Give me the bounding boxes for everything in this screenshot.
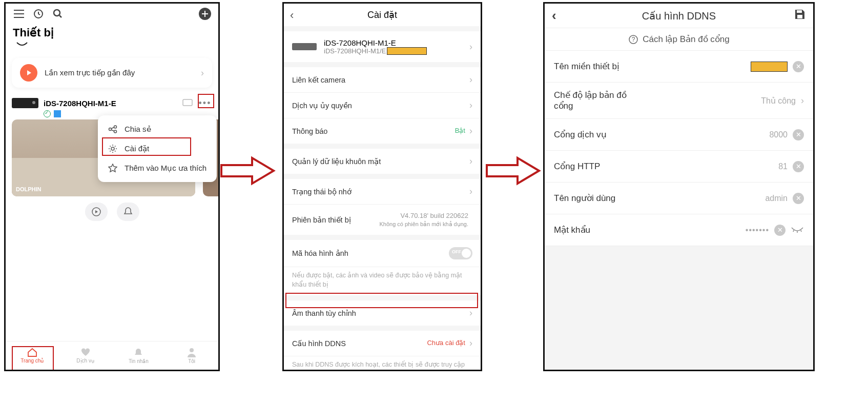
- svg-point-1: [54, 10, 60, 16]
- arrow-step1: [219, 154, 276, 188]
- chevron-right-icon: ›: [469, 186, 472, 197]
- row-face-data[interactable]: Quản lý dữ liệu khuôn mặt›: [284, 149, 481, 174]
- row-label: Thông báo: [292, 127, 455, 135]
- history-icon[interactable]: [31, 7, 46, 21]
- menu-share[interactable]: Chia sẻ: [98, 119, 217, 139]
- row-label: Dịch vụ ủy quyền: [292, 102, 469, 110]
- page-title: Thiết bị: [6, 24, 218, 39]
- tab-service[interactable]: Dịch vụ: [59, 341, 112, 370]
- help-icon: ?: [628, 34, 638, 45]
- row-value: Thủ công ›: [631, 95, 804, 106]
- ddns-note: Sau khi DDNS được kích hoạt, các thiết b…: [284, 356, 481, 370]
- device-info-row[interactable]: iDS-7208HQHI-M1-E iDS-7208HQHI-M1/E ›: [284, 31, 481, 62]
- toggle-off-label: OFF: [452, 249, 461, 254]
- chevron-right-icon: ›: [469, 100, 472, 111]
- row-label: Mật khẩu: [554, 225, 631, 235]
- svg-point-5: [109, 128, 112, 131]
- play-icon: [20, 64, 37, 82]
- nvr-icon: [12, 98, 38, 108]
- row-label: Cấu hình DDNS: [292, 339, 427, 348]
- clear-button[interactable]: ✕: [774, 225, 786, 236]
- row-delegate-service[interactable]: Dịch vụ ủy quyền›: [284, 93, 481, 118]
- save-button[interactable]: [794, 8, 806, 23]
- version-note: Không có phiên bản mới khả dụng.: [379, 220, 468, 228]
- row-mapping-mode[interactable]: Chế độ lập bản đồ cổng Thủ công ›: [545, 83, 813, 119]
- menu-favorite[interactable]: Thêm vào Mục ưa thích: [98, 158, 217, 178]
- version-value: V4.70.18' build 220622: [379, 212, 468, 220]
- smile-icon: [16, 42, 28, 47]
- row-label: Phiên bản thiết bị: [292, 216, 379, 224]
- chevron-right-icon: ›: [469, 126, 472, 136]
- service-port-value[interactable]: 8000: [769, 130, 788, 139]
- clear-button[interactable]: ✕: [793, 193, 804, 204]
- heart-icon: [80, 348, 91, 357]
- row-label: Tên miền thiết bị: [554, 61, 631, 72]
- device-sub-prefix: iDS-7208HQHI-M1/E: [324, 47, 386, 55]
- highlight-ddns-row: [285, 293, 478, 308]
- star-icon: [107, 164, 118, 173]
- row-label: Mã hóa hình ảnh: [292, 249, 449, 257]
- device-name: iDS-7208HQHI-M1-E: [44, 99, 175, 108]
- row-username: Tên người dùng admin ✕: [545, 183, 813, 214]
- back-button[interactable]: ‹: [552, 8, 556, 24]
- highlight-home-tab: [12, 346, 54, 371]
- menu-icon[interactable]: [12, 7, 26, 21]
- help-row[interactable]: ? Cách lập Bản đồ cổng: [545, 28, 813, 51]
- settings-body: iDS-7208HQHI-M1-E iDS-7208HQHI-M1/E › Li…: [284, 26, 481, 370]
- ddns-header: ‹ Cấu hình DDNS: [545, 4, 813, 28]
- row-http-port: Cổng HTTP 81 ✕: [545, 151, 813, 183]
- chevron-right-icon: ›: [469, 42, 472, 52]
- thumbnail-label: DOLPHIN: [16, 186, 42, 192]
- add-button[interactable]: [198, 7, 212, 21]
- share-icon: [107, 125, 118, 133]
- row-notify[interactable]: Thông báoBật›: [284, 118, 481, 144]
- recent-live-label: Lần xem trực tiếp gần đây: [45, 68, 194, 77]
- tab-message[interactable]: Tin nhắn: [112, 341, 166, 370]
- highlight-more-icon: [198, 94, 214, 108]
- row-ddns[interactable]: Cấu hình DDNSChưa cài đặt›: [284, 331, 481, 356]
- eye-closed-icon[interactable]: [791, 227, 804, 234]
- svg-point-6: [114, 126, 117, 128]
- clear-button[interactable]: ✕: [793, 129, 804, 140]
- chevron-right-icon: ›: [469, 308, 472, 318]
- top-bar: [6, 4, 218, 24]
- http-port-value[interactable]: 81: [778, 162, 788, 171]
- tab-me[interactable]: Tôi: [165, 341, 218, 370]
- toggle-encrypt[interactable]: OFF: [449, 247, 472, 259]
- search-icon[interactable]: [51, 7, 65, 21]
- phone-devices-screen: Thiết bị Lần xem trực tiếp gần đây › iDS…: [4, 2, 220, 371]
- row-storage[interactable]: Trạng thái bộ nhớ›: [284, 179, 481, 205]
- ddns-body: Tên miền thiết bị ✕ Chế độ lập bản đồ cổ…: [545, 51, 813, 246]
- clear-button[interactable]: ✕: [793, 61, 804, 72]
- row-label: Chế độ lập bản đồ cổng: [554, 90, 631, 111]
- row-domain: Tên miền thiết bị ✕: [545, 51, 813, 83]
- chevron-right-icon: ›: [469, 74, 472, 85]
- clear-button[interactable]: ✕: [793, 161, 804, 172]
- bell-button[interactable]: [117, 203, 139, 221]
- svg-point-9: [190, 348, 194, 352]
- svg-point-7: [114, 130, 117, 133]
- row-service-port: Cổng dịch vụ 8000 ✕: [545, 119, 813, 151]
- redacted-domain-value[interactable]: [751, 62, 788, 72]
- password-value[interactable]: •••••••: [746, 226, 769, 235]
- display-icon[interactable]: [180, 96, 195, 110]
- row-value: V4.70.18' build 220622 Không có phiên bả…: [379, 212, 468, 228]
- row-link-camera[interactable]: Liên kết camera›: [284, 67, 481, 93]
- recent-live-card[interactable]: Lần xem trực tiếp gần đây ›: [12, 58, 212, 88]
- row-password: Mật khẩu ••••••• ✕: [545, 214, 813, 246]
- bell-icon: [133, 347, 143, 357]
- settings-title: Cài đặt: [367, 9, 397, 21]
- svg-rect-3: [183, 99, 192, 106]
- status-record-icon: [54, 110, 61, 117]
- device-header-row: iDS-7208HQHI-M1-E •••: [6, 93, 218, 110]
- username-value[interactable]: admin: [765, 194, 788, 203]
- back-button[interactable]: ‹: [290, 9, 294, 22]
- status-ok-icon: [44, 110, 51, 117]
- row-label: Tên người dùng: [554, 193, 631, 204]
- svg-rect-11: [797, 15, 802, 18]
- menu-share-label: Chia sẻ: [125, 125, 151, 134]
- controls-bar: [6, 203, 218, 221]
- playback-button[interactable]: [85, 203, 108, 221]
- row-label: Âm thanh tùy chỉnh: [292, 309, 469, 317]
- arrow-step2: [485, 154, 541, 188]
